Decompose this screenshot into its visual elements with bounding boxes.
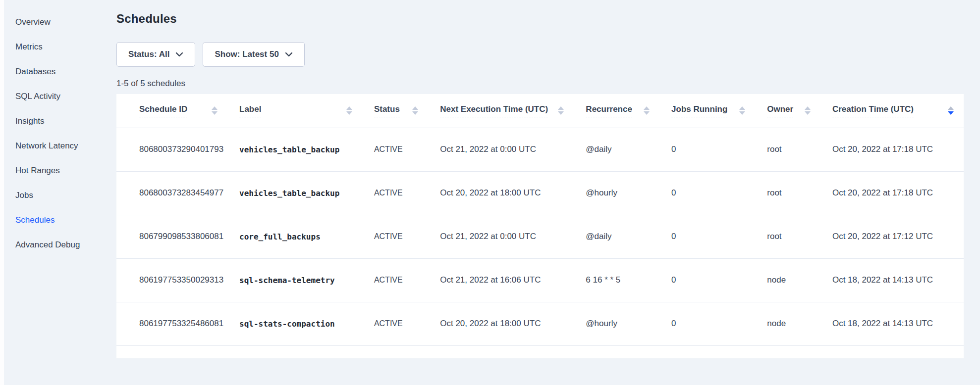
status-badge: ACTIVE <box>362 215 428 258</box>
sidebar-item-overview[interactable]: Overview <box>4 10 116 35</box>
status-badge: ACTIVE <box>362 171 428 215</box>
sidebar-item-network-latency[interactable]: Network Latency <box>4 134 116 158</box>
cell-label: core_full_backups <box>227 215 362 258</box>
column-label: Recurrence <box>586 104 632 117</box>
status-badge: ACTIVE <box>362 258 428 302</box>
table-row: 806799098533806081 core_full_backups ACT… <box>116 215 964 258</box>
cell-recurrence: @hourly <box>574 302 659 345</box>
cell-next-execution: Oct 21, 2022 at 0:00 UTC <box>428 215 574 258</box>
sort-icon[interactable] <box>346 106 352 115</box>
cell-jobs-running: 0 <box>659 258 755 302</box>
sidebar-item-sql-activity[interactable]: SQL Activity <box>4 84 116 109</box>
cell-recurrence: @hourly <box>574 171 659 215</box>
table-row: 806800373283454977 vehicles_table_backup… <box>116 171 964 215</box>
chevron-down-icon <box>285 52 293 57</box>
sidebar-item-metrics[interactable]: Metrics <box>4 35 116 59</box>
schedules-table-card: Schedule ID Label Status Next Execution … <box>116 94 964 358</box>
sidebar-item-insights[interactable]: Insights <box>4 109 116 134</box>
sort-icon[interactable] <box>805 106 811 115</box>
column-label: Owner <box>767 104 793 117</box>
cell-next-execution: Oct 20, 2022 at 18:00 UTC <box>428 171 574 215</box>
schedules-table: Schedule ID Label Status Next Execution … <box>116 94 964 346</box>
cell-jobs-running: 0 <box>659 215 755 258</box>
sidebar-item-databases[interactable]: Databases <box>4 59 116 84</box>
sort-icon[interactable] <box>644 106 650 115</box>
cell-owner: node <box>755 258 820 302</box>
table-header-row: Schedule ID Label Status Next Execution … <box>116 94 964 128</box>
show-limit-dropdown[interactable]: Show: Latest 50 <box>203 42 304 67</box>
cell-label: sql-stats-compaction <box>227 302 362 345</box>
column-header-status[interactable]: Status <box>362 94 428 128</box>
cell-jobs-running: 0 <box>659 128 755 171</box>
sort-icon[interactable] <box>558 106 564 115</box>
sort-icon[interactable] <box>412 106 418 115</box>
table-row: 806197753325486081 sql-stats-compaction … <box>116 302 964 345</box>
sidebar-item-hot-ranges[interactable]: Hot Ranges <box>4 158 116 183</box>
column-header-next-execution-time[interactable]: Next Execution Time (UTC) <box>428 94 574 128</box>
column-label: Next Execution Time (UTC) <box>440 104 548 117</box>
column-label: Schedule ID <box>139 104 187 117</box>
cell-next-execution: Oct 21, 2022 at 16:06 UTC <box>428 258 574 302</box>
sort-icon[interactable] <box>212 106 218 115</box>
sidebar: Overview Metrics Databases SQL Activity … <box>4 0 116 385</box>
results-count: 1-5 of 5 schedules <box>116 79 964 89</box>
cell-recurrence: 6 16 * * 5 <box>574 258 659 302</box>
page-title: Schedules <box>116 12 964 26</box>
cell-schedule-id: 806197753350029313 <box>116 258 227 302</box>
table-row: 806197753350029313 sql-schema-telemetry … <box>116 258 964 302</box>
cell-recurrence: @daily <box>574 128 659 171</box>
cell-creation-time: Oct 20, 2022 at 17:18 UTC <box>820 128 964 171</box>
column-label: Creation Time (UTC) <box>832 104 914 117</box>
cell-jobs-running: 0 <box>659 302 755 345</box>
cell-schedule-id: 806800373290401793 <box>116 128 227 171</box>
cell-creation-time: Oct 18, 2022 at 14:13 UTC <box>820 302 964 345</box>
cell-schedule-id: 806197753325486081 <box>116 302 227 345</box>
cell-owner: root <box>755 171 820 215</box>
cell-schedule-id: 806800373283454977 <box>116 171 227 215</box>
main-content: Schedules Status: All Show: Latest 50 1-… <box>116 0 980 385</box>
status-badge: ACTIVE <box>362 128 428 171</box>
filters-bar: Status: All Show: Latest 50 <box>116 42 964 67</box>
sidebar-item-jobs[interactable]: Jobs <box>4 183 116 208</box>
cell-label: sql-schema-telemetry <box>227 258 362 302</box>
cell-creation-time: Oct 18, 2022 at 14:13 UTC <box>820 258 964 302</box>
chevron-down-icon <box>175 52 183 57</box>
window-edge-strip <box>0 0 4 385</box>
cell-label: vehicles_table_backup <box>227 171 362 215</box>
column-header-creation-time[interactable]: Creation Time (UTC) <box>820 94 964 128</box>
column-header-label[interactable]: Label <box>227 94 362 128</box>
column-label: Status <box>374 104 400 117</box>
cell-creation-time: Oct 20, 2022 at 17:12 UTC <box>820 215 964 258</box>
cell-recurrence: @daily <box>574 215 659 258</box>
status-badge: ACTIVE <box>362 302 428 345</box>
column-header-jobs-running[interactable]: Jobs Running <box>659 94 755 128</box>
column-header-owner[interactable]: Owner <box>755 94 820 128</box>
cell-owner: root <box>755 215 820 258</box>
column-header-schedule-id[interactable]: Schedule ID <box>116 94 227 128</box>
sort-icon[interactable] <box>739 106 745 115</box>
cell-owner: node <box>755 302 820 345</box>
cell-schedule-id: 806799098533806081 <box>116 215 227 258</box>
status-filter-dropdown[interactable]: Status: All <box>116 42 195 67</box>
cell-next-execution: Oct 20, 2022 at 18:00 UTC <box>428 302 574 345</box>
column-header-recurrence[interactable]: Recurrence <box>574 94 659 128</box>
cell-owner: root <box>755 128 820 171</box>
sort-icon-active-desc[interactable] <box>948 106 954 115</box>
sidebar-item-advanced-debug[interactable]: Advanced Debug <box>4 233 116 257</box>
column-label: Label <box>239 104 261 117</box>
cell-jobs-running: 0 <box>659 171 755 215</box>
cell-next-execution: Oct 21, 2022 at 0:00 UTC <box>428 128 574 171</box>
cell-creation-time: Oct 20, 2022 at 17:18 UTC <box>820 171 964 215</box>
cell-label: vehicles_table_backup <box>227 128 362 171</box>
column-label: Jobs Running <box>671 104 727 117</box>
show-limit-label: Show: Latest 50 <box>215 49 278 59</box>
table-row: 806800373290401793 vehicles_table_backup… <box>116 128 964 171</box>
status-filter-label: Status: All <box>128 49 169 59</box>
sidebar-item-schedules[interactable]: Schedules <box>4 208 116 233</box>
